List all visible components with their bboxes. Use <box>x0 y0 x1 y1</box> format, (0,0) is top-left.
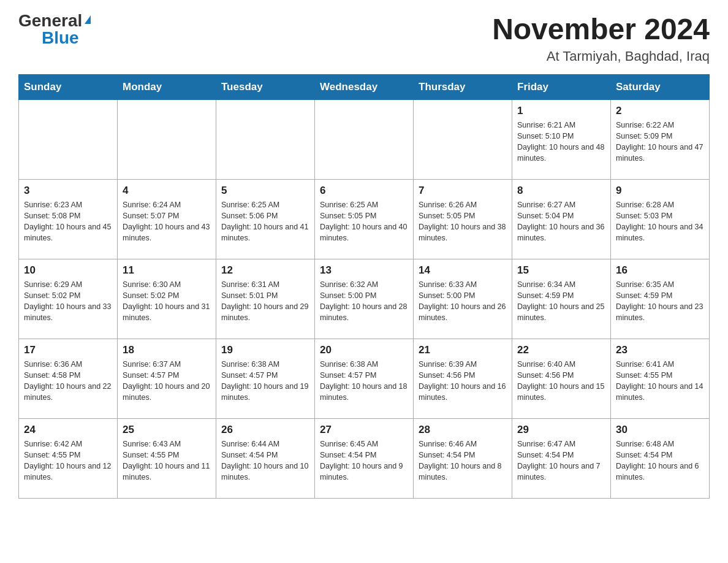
calendar-cell: 1Sunrise: 6:21 AMSunset: 5:10 PMDaylight… <box>512 100 611 180</box>
title-block: November 2024 At Tarmiyah, Baghdad, Iraq <box>492 12 710 64</box>
calendar-cell: 9Sunrise: 6:28 AMSunset: 5:03 PMDaylight… <box>611 180 710 259</box>
day-number: 9 <box>616 185 704 197</box>
day-number: 14 <box>419 264 507 277</box>
calendar-cell: 29Sunrise: 6:47 AMSunset: 4:54 PMDayligh… <box>512 419 611 499</box>
day-info: Sunrise: 6:44 AMSunset: 4:54 PMDaylight:… <box>221 439 309 483</box>
calendar-cell: 27Sunrise: 6:45 AMSunset: 4:54 PMDayligh… <box>315 419 414 499</box>
day-info: Sunrise: 6:27 AMSunset: 5:04 PMDaylight:… <box>517 199 605 244</box>
calendar-table: SundayMondayTuesdayWednesdayThursdayFrid… <box>18 74 710 499</box>
calendar-cell: 30Sunrise: 6:48 AMSunset: 4:54 PMDayligh… <box>611 419 710 499</box>
calendar-cell <box>315 100 414 180</box>
subtitle: At Tarmiyah, Baghdad, Iraq <box>492 48 710 64</box>
day-number: 6 <box>320 185 408 197</box>
day-info: Sunrise: 6:35 AMSunset: 4:59 PMDaylight:… <box>616 279 704 324</box>
calendar-cell: 18Sunrise: 6:37 AMSunset: 4:57 PMDayligh… <box>118 339 216 419</box>
day-number: 28 <box>419 424 507 436</box>
calendar-cell <box>216 100 315 180</box>
calendar-cell: 16Sunrise: 6:35 AMSunset: 4:59 PMDayligh… <box>611 259 710 339</box>
day-number: 23 <box>616 344 704 356</box>
day-info: Sunrise: 6:41 AMSunset: 4:55 PMDaylight:… <box>616 359 704 404</box>
day-info: Sunrise: 6:38 AMSunset: 4:57 PMDaylight:… <box>221 359 309 404</box>
day-number: 2 <box>616 105 704 117</box>
day-info: Sunrise: 6:29 AMSunset: 5:02 PMDaylight:… <box>24 279 112 324</box>
calendar-cell <box>118 100 216 180</box>
page-header: General Blue November 2024 At Tarmiyah, … <box>18 12 710 64</box>
calendar-cell: 23Sunrise: 6:41 AMSunset: 4:55 PMDayligh… <box>611 339 710 419</box>
day-info: Sunrise: 6:32 AMSunset: 5:00 PMDaylight:… <box>320 279 408 324</box>
logo: General Blue <box>18 12 91 47</box>
logo-blue-text: Blue <box>42 29 79 47</box>
day-info: Sunrise: 6:48 AMSunset: 4:54 PMDaylight:… <box>616 439 704 483</box>
day-info: Sunrise: 6:43 AMSunset: 4:55 PMDaylight:… <box>123 439 211 483</box>
day-number: 24 <box>24 424 112 436</box>
calendar-cell: 20Sunrise: 6:38 AMSunset: 4:57 PMDayligh… <box>315 339 414 419</box>
calendar-day-header: Friday <box>512 75 611 100</box>
calendar-cell: 22Sunrise: 6:40 AMSunset: 4:56 PMDayligh… <box>512 339 611 419</box>
calendar-cell: 26Sunrise: 6:44 AMSunset: 4:54 PMDayligh… <box>216 419 315 499</box>
calendar-cell: 8Sunrise: 6:27 AMSunset: 5:04 PMDaylight… <box>512 180 611 259</box>
calendar-cell: 3Sunrise: 6:23 AMSunset: 5:08 PMDaylight… <box>19 180 118 259</box>
day-info: Sunrise: 6:31 AMSunset: 5:01 PMDaylight:… <box>221 279 309 324</box>
calendar-cell: 4Sunrise: 6:24 AMSunset: 5:07 PMDaylight… <box>118 180 216 259</box>
day-number: 7 <box>419 185 507 197</box>
calendar-cell: 28Sunrise: 6:46 AMSunset: 4:54 PMDayligh… <box>414 419 512 499</box>
calendar-day-header: Monday <box>118 75 216 100</box>
day-number: 18 <box>123 344 211 356</box>
calendar-day-header: Saturday <box>611 75 710 100</box>
day-info: Sunrise: 6:36 AMSunset: 4:58 PMDaylight:… <box>24 359 112 404</box>
calendar-day-header: Tuesday <box>216 75 315 100</box>
day-info: Sunrise: 6:42 AMSunset: 4:55 PMDaylight:… <box>24 439 112 483</box>
calendar-cell: 11Sunrise: 6:30 AMSunset: 5:02 PMDayligh… <box>118 259 216 339</box>
logo-general-text: General <box>18 12 82 29</box>
calendar-cell: 14Sunrise: 6:33 AMSunset: 5:00 PMDayligh… <box>414 259 512 339</box>
calendar-cell: 10Sunrise: 6:29 AMSunset: 5:02 PMDayligh… <box>19 259 118 339</box>
day-number: 26 <box>221 424 309 436</box>
calendar-week-row: 24Sunrise: 6:42 AMSunset: 4:55 PMDayligh… <box>19 419 710 499</box>
calendar-cell: 7Sunrise: 6:26 AMSunset: 5:05 PMDaylight… <box>414 180 512 259</box>
day-number: 5 <box>221 185 309 197</box>
calendar-header-row: SundayMondayTuesdayWednesdayThursdayFrid… <box>19 75 710 100</box>
calendar-week-row: 17Sunrise: 6:36 AMSunset: 4:58 PMDayligh… <box>19 339 710 419</box>
calendar-cell: 2Sunrise: 6:22 AMSunset: 5:09 PMDaylight… <box>611 100 710 180</box>
calendar-cell: 13Sunrise: 6:32 AMSunset: 5:00 PMDayligh… <box>315 259 414 339</box>
calendar-cell: 19Sunrise: 6:38 AMSunset: 4:57 PMDayligh… <box>216 339 315 419</box>
day-number: 4 <box>123 185 211 197</box>
day-info: Sunrise: 6:45 AMSunset: 4:54 PMDaylight:… <box>320 439 408 483</box>
day-info: Sunrise: 6:28 AMSunset: 5:03 PMDaylight:… <box>616 199 704 244</box>
calendar-cell <box>19 100 118 180</box>
day-info: Sunrise: 6:37 AMSunset: 4:57 PMDaylight:… <box>123 359 211 404</box>
calendar-cell: 17Sunrise: 6:36 AMSunset: 4:58 PMDayligh… <box>19 339 118 419</box>
day-info: Sunrise: 6:33 AMSunset: 5:00 PMDaylight:… <box>419 279 507 324</box>
calendar-week-row: 1Sunrise: 6:21 AMSunset: 5:10 PMDaylight… <box>19 100 710 180</box>
day-info: Sunrise: 6:21 AMSunset: 5:10 PMDaylight:… <box>517 120 605 164</box>
day-number: 29 <box>517 424 605 436</box>
day-number: 10 <box>24 264 112 277</box>
day-number: 27 <box>320 424 408 436</box>
logo-triangle-icon <box>85 15 91 24</box>
calendar-cell: 15Sunrise: 6:34 AMSunset: 4:59 PMDayligh… <box>512 259 611 339</box>
day-info: Sunrise: 6:26 AMSunset: 5:05 PMDaylight:… <box>419 199 507 244</box>
calendar-week-row: 3Sunrise: 6:23 AMSunset: 5:08 PMDaylight… <box>19 180 710 259</box>
day-number: 17 <box>24 344 112 356</box>
day-info: Sunrise: 6:23 AMSunset: 5:08 PMDaylight:… <box>24 199 112 244</box>
calendar-week-row: 10Sunrise: 6:29 AMSunset: 5:02 PMDayligh… <box>19 259 710 339</box>
day-number: 15 <box>517 264 605 277</box>
calendar-cell: 5Sunrise: 6:25 AMSunset: 5:06 PMDaylight… <box>216 180 315 259</box>
day-info: Sunrise: 6:39 AMSunset: 4:56 PMDaylight:… <box>419 359 507 404</box>
day-number: 22 <box>517 344 605 356</box>
main-title: November 2024 <box>492 12 710 46</box>
day-info: Sunrise: 6:34 AMSunset: 4:59 PMDaylight:… <box>517 279 605 324</box>
day-number: 16 <box>616 264 704 277</box>
day-number: 30 <box>616 424 704 436</box>
day-info: Sunrise: 6:24 AMSunset: 5:07 PMDaylight:… <box>123 199 211 244</box>
calendar-cell: 12Sunrise: 6:31 AMSunset: 5:01 PMDayligh… <box>216 259 315 339</box>
day-info: Sunrise: 6:46 AMSunset: 4:54 PMDaylight:… <box>419 439 507 483</box>
calendar-cell: 6Sunrise: 6:25 AMSunset: 5:05 PMDaylight… <box>315 180 414 259</box>
day-info: Sunrise: 6:25 AMSunset: 5:05 PMDaylight:… <box>320 199 408 244</box>
calendar-day-header: Sunday <box>19 75 118 100</box>
day-number: 11 <box>123 264 211 277</box>
day-info: Sunrise: 6:47 AMSunset: 4:54 PMDaylight:… <box>517 439 605 483</box>
day-number: 20 <box>320 344 408 356</box>
day-info: Sunrise: 6:22 AMSunset: 5:09 PMDaylight:… <box>616 120 704 164</box>
day-info: Sunrise: 6:38 AMSunset: 4:57 PMDaylight:… <box>320 359 408 404</box>
